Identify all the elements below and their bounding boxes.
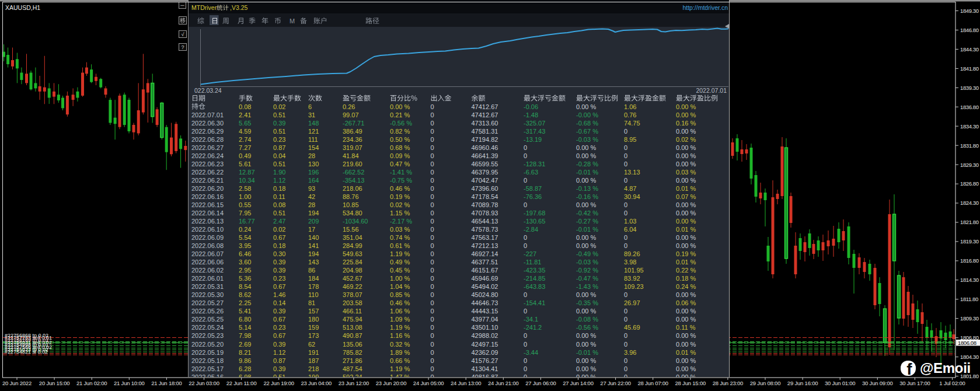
svg-text:47089.78: 47089.78 <box>472 201 498 208</box>
svg-text:23 Jun 20:00: 23 Jun 20:00 <box>376 380 407 386</box>
svg-text:86: 86 <box>308 267 315 274</box>
svg-text:351.04: 351.04 <box>343 234 362 241</box>
svg-text:0.55: 0.55 <box>239 201 251 208</box>
svg-text:173: 173 <box>308 332 319 339</box>
svg-text:513.08: 513.08 <box>343 324 362 331</box>
svg-text:1826.80: 1826.80 <box>960 180 979 187</box>
svg-text:0: 0 <box>431 169 434 176</box>
svg-text:-0.03 %: -0.03 % <box>576 259 598 266</box>
svg-text:0: 0 <box>624 308 627 315</box>
svg-text:2022.06.13: 2022.06.13 <box>191 218 224 225</box>
svg-text:4.59: 4.59 <box>239 128 251 135</box>
svg-text:0: 0 <box>431 341 434 348</box>
svg-text:0: 0 <box>431 332 434 339</box>
svg-text:5.41: 5.41 <box>239 308 251 315</box>
svg-text:0: 0 <box>431 234 434 241</box>
svg-text:234.36: 234.36 <box>343 136 362 143</box>
svg-text:-0.13 %: -0.13 % <box>576 185 598 192</box>
svg-text:-128.31: -128.31 <box>524 160 545 167</box>
svg-text:1806.08: 1806.08 <box>958 340 976 346</box>
svg-text:45024.80: 45024.80 <box>472 291 498 298</box>
svg-text:47412.67: 47412.67 <box>472 111 498 118</box>
svg-text:2022.05.27: 2022.05.27 <box>191 299 224 306</box>
svg-text:1821.80: 1821.80 <box>960 219 979 225</box>
svg-text:6.46: 6.46 <box>239 250 251 257</box>
svg-text:549.63: 549.63 <box>343 250 362 257</box>
svg-text:0: 0 <box>431 160 434 167</box>
svg-text:23 Jun 04:00: 23 Jun 04:00 <box>301 380 332 386</box>
svg-text:0: 0 <box>624 291 627 298</box>
svg-text:0.00 %: 0.00 % <box>576 242 596 249</box>
svg-text:89.26: 89.26 <box>624 250 640 257</box>
svg-text:1.19 %: 1.19 % <box>390 250 410 257</box>
svg-text:47078.93: 47078.93 <box>472 210 498 217</box>
svg-text:2022.06.27: 2022.06.27 <box>191 144 224 151</box>
svg-text:0: 0 <box>524 332 527 339</box>
svg-text:1836.80: 1836.80 <box>960 104 979 110</box>
svg-text:0.39: 0.39 <box>273 341 285 348</box>
svg-text:46960.46: 46960.46 <box>472 144 498 151</box>
svg-text:2022.06.20: 2022.06.20 <box>191 185 224 192</box>
svg-text:490.87: 490.87 <box>343 332 362 339</box>
svg-text:0: 0 <box>431 152 434 159</box>
svg-text:2022.06.21: 2022.06.21 <box>191 177 224 184</box>
svg-text:-130.65: -130.65 <box>524 218 545 225</box>
svg-text:0.08: 0.08 <box>239 103 251 110</box>
svg-text:0.46 %: 0.46 % <box>390 299 410 306</box>
svg-text:534.80: 534.80 <box>343 210 362 217</box>
svg-text:1849.30: 1849.30 <box>960 8 979 14</box>
svg-text:,V3.25: ,V3.25 <box>230 4 248 11</box>
svg-text:10.85: 10.85 <box>343 201 359 208</box>
svg-text:0.00 %: 0.00 % <box>676 242 696 249</box>
svg-text:0.00 %: 0.00 % <box>676 210 696 217</box>
svg-text:196: 196 <box>308 169 319 176</box>
svg-text:0.87: 0.87 <box>273 357 285 364</box>
svg-text:2022.06.07: 2022.06.07 <box>191 250 224 257</box>
svg-text:74.75: 74.75 <box>624 120 640 127</box>
svg-text:0.00 %: 0.00 % <box>676 160 696 167</box>
svg-text:1844.30: 1844.30 <box>960 46 979 53</box>
svg-text:M: M <box>290 18 295 25</box>
svg-text:21 Jun 10:00: 21 Jun 10:00 <box>114 380 145 386</box>
svg-text:2022.06.24: 2022.06.24 <box>191 152 224 159</box>
svg-text:0: 0 <box>524 365 527 372</box>
svg-text:1.00: 1.00 <box>239 193 251 200</box>
svg-text:0: 0 <box>524 291 527 298</box>
svg-text:46599.55: 46599.55 <box>472 160 498 167</box>
svg-text:46379.95: 46379.95 <box>472 169 498 176</box>
svg-text:1816.80: 1816.80 <box>960 257 979 264</box>
svg-text:0: 0 <box>431 201 434 208</box>
svg-text:204.98: 204.98 <box>343 267 362 274</box>
svg-text:110: 110 <box>308 291 319 298</box>
svg-text:0.61 %: 0.61 % <box>390 242 410 249</box>
svg-text:101.95: 101.95 <box>624 267 644 274</box>
svg-text:47578.73: 47578.73 <box>472 226 498 233</box>
svg-text:143: 143 <box>308 259 319 266</box>
svg-text:1846.80: 1846.80 <box>960 27 979 33</box>
svg-text:2.69: 2.69 <box>239 341 251 348</box>
svg-text:0: 0 <box>524 308 527 315</box>
svg-text:194: 194 <box>308 250 319 257</box>
svg-text:0.00 %: 0.00 % <box>676 103 696 110</box>
svg-text:0: 0 <box>431 275 434 282</box>
svg-text:24 Jun 21:00: 24 Jun 21:00 <box>488 380 519 386</box>
svg-text:8.21: 8.21 <box>239 349 251 356</box>
svg-text:1.12: 1.12 <box>273 349 285 356</box>
svg-text:-1034.60: -1034.60 <box>343 218 368 225</box>
svg-text:0.00 %: 0.00 % <box>576 357 596 364</box>
svg-text:-325.07: -325.07 <box>524 120 545 127</box>
svg-text:0.00 %: 0.00 % <box>676 341 696 348</box>
svg-text:2.95: 2.95 <box>239 267 251 274</box>
svg-text:45946.69: 45946.69 <box>472 275 498 282</box>
svg-text:0: 0 <box>524 152 527 159</box>
svg-text:-643.83: -643.83 <box>524 283 545 290</box>
svg-text:0: 0 <box>524 357 527 364</box>
svg-text:0.66 %: 0.66 % <box>390 357 410 364</box>
svg-text:42: 42 <box>308 193 315 200</box>
svg-text:-76.36: -76.36 <box>524 193 542 200</box>
svg-text:3.96: 3.96 <box>624 349 636 356</box>
svg-text:30.94: 30.94 <box>624 193 640 200</box>
svg-text:452.67: 452.67 <box>343 275 362 282</box>
svg-text:0.00 %: 0.00 % <box>676 177 696 184</box>
svg-text:0: 0 <box>624 365 627 372</box>
